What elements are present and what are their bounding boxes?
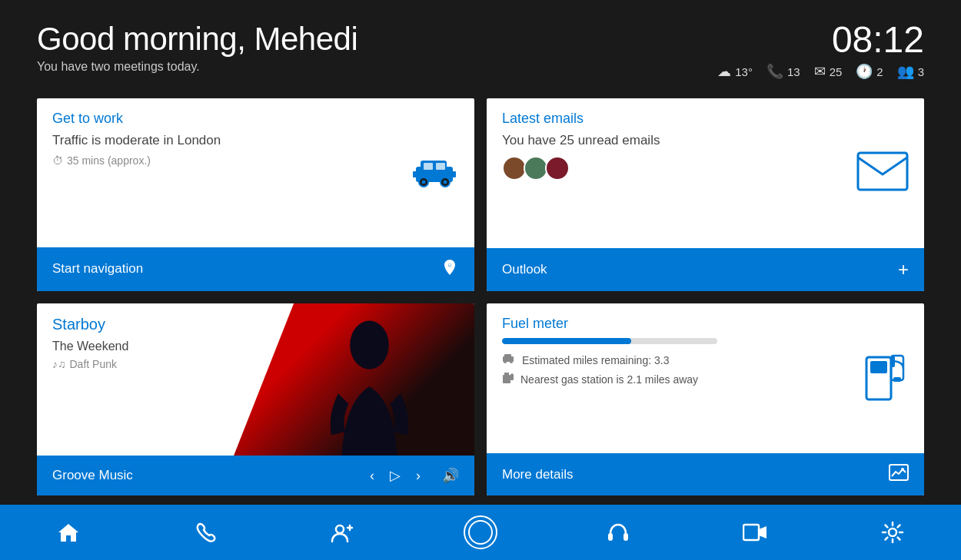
music-card-body: Starboy The Weekend ♪♫ Daft Punk [37,303,474,456]
main-content: Get to work Traffic is moderate in Londo… [0,92,961,505]
fuel-footer-label: More details [502,467,574,482]
email-footer-icon: + [898,259,909,280]
navigation-footer-label: Start navigation [52,261,143,277]
fuel-footer-icon [889,464,909,485]
svg-point-15 [504,360,507,363]
greeting-title: Good morning, Mehedi [37,22,357,57]
email-footer-label: Outlook [502,262,547,277]
clock-icon: ⏱ [52,154,63,167]
navigation-footer-icon [441,258,459,280]
navigation-traffic: Traffic is moderate in London [52,133,459,148]
contacts-icon: 👥 [897,63,914,80]
email-icon-container [856,151,909,194]
fuel-estimated-miles: Estimated miles remaining: 3.3 [522,354,669,366]
email-card-body: Latest emails You have 25 unread emails [487,98,924,248]
email-card-title: Latest emails [502,111,909,127]
greeting-section: Good morning, Mehedi You have two meetin… [37,22,357,74]
play-button[interactable]: ▷ [390,467,401,484]
music-card-footer[interactable]: Groove Music ‹ ▷ › 🔊 [37,456,474,495]
svg-rect-31 [743,525,759,540]
svg-rect-30 [623,533,628,541]
svg-marker-32 [759,526,766,538]
cloud-icon: ☁ [717,63,731,80]
music-footer-label: Groove Music [52,468,133,483]
svg-point-16 [510,360,513,363]
email-value: 25 [830,65,843,78]
phone-icon: 📞 [766,63,783,80]
music-note-icon: ♪♫ [52,358,66,370]
svg-point-7 [444,180,447,184]
headphones-icon [607,522,630,543]
cortana-button[interactable] [464,515,497,549]
navigation-card[interactable]: Get to work Traffic is moderate in Londo… [37,98,474,291]
video-icon [743,523,767,542]
nav-cortana[interactable] [457,509,504,555]
fuel-card-footer[interactable]: More details [487,453,924,495]
music-artist: The Weekend [52,340,459,353]
svg-rect-29 [608,533,613,541]
svg-rect-20 [511,373,513,376]
calls-value: 13 [787,65,800,78]
fuel-icon-container [863,350,909,406]
music-album: ♪♫ Daft Punk [52,358,459,370]
avatar-3 [545,156,570,181]
nav-phone[interactable] [183,509,229,555]
fuel-station-row: Nearest gas station is 2.1 miles away [502,372,909,387]
mail-icon: ✉ [814,63,826,80]
fuel-progress-fill [502,338,631,344]
next-button[interactable]: › [416,468,421,484]
bottom-nav [0,505,961,560]
alert-icon: 🕐 [856,63,873,80]
svg-rect-22 [870,361,887,373]
contacts-nav-icon [331,522,355,543]
cortana-inner [468,520,493,545]
nav-contacts[interactable] [320,509,366,555]
fuel-nearest-station: Nearest gas station is 2.1 miles away [520,373,698,386]
svg-rect-25 [893,377,901,382]
email-big-icon [856,151,909,191]
weather-status: ☁ 13° [717,63,753,80]
header-right: 08:12 ☁ 13° 📞 13 ✉ 25 🕐 2 👥 3 [717,22,924,80]
svg-rect-18 [504,373,509,376]
fuel-pump-icon [863,350,909,403]
settings-icon [881,521,904,544]
calls-status: 📞 13 [766,63,800,80]
music-card[interactable]: Starboy The Weekend ♪♫ Daft Punk Groove … [37,303,474,496]
svg-rect-11 [858,153,907,190]
nav-headphones[interactable] [595,509,641,555]
home-icon [57,522,80,543]
nav-settings[interactable] [870,509,916,555]
volume-button[interactable]: 🔊 [442,467,459,484]
navigation-card-footer[interactable]: Start navigation [37,247,474,291]
music-song-title: Starboy [52,316,459,333]
alerts-value: 2 [876,65,883,78]
fuel-card[interactable]: Fuel meter Estimated miles remaining: 3.… [487,303,924,496]
status-icons: ☁ 13° 📞 13 ✉ 25 🕐 2 👥 3 [717,63,924,80]
svg-point-33 [889,529,896,536]
fuel-station-icon [502,372,514,387]
car-icon [410,153,459,190]
nav-video[interactable] [732,509,778,555]
nav-home[interactable] [45,509,91,555]
navigation-card-title: Get to work [52,111,459,127]
email-count-text: You have 25 unread emails [502,133,909,148]
svg-point-6 [422,180,426,184]
contacts-value: 3 [918,65,924,78]
svg-point-27 [901,468,904,471]
phone-nav-icon [196,522,216,543]
navigation-card-body: Get to work Traffic is moderate in Londo… [37,98,474,247]
email-status: ✉ 25 [814,63,843,80]
time-display: 08:12 [832,22,924,58]
email-card-footer[interactable]: Outlook + [487,248,924,291]
svg-rect-3 [436,163,445,170]
fuel-car-icon [502,353,516,367]
email-card[interactable]: Latest emails You have 25 unread emails … [487,98,924,291]
music-controls[interactable]: ‹ ▷ › 🔊 [370,467,459,484]
fuel-card-body: Fuel meter Estimated miles remaining: 3.… [487,303,924,454]
svg-rect-9 [451,171,456,177]
svg-rect-2 [424,163,433,170]
prev-button[interactable]: ‹ [370,468,374,484]
weather-value: 13° [735,65,753,78]
fuel-progress-bar [502,338,717,344]
navigation-time: ⏱ 35 mins (approx.) [52,154,459,167]
